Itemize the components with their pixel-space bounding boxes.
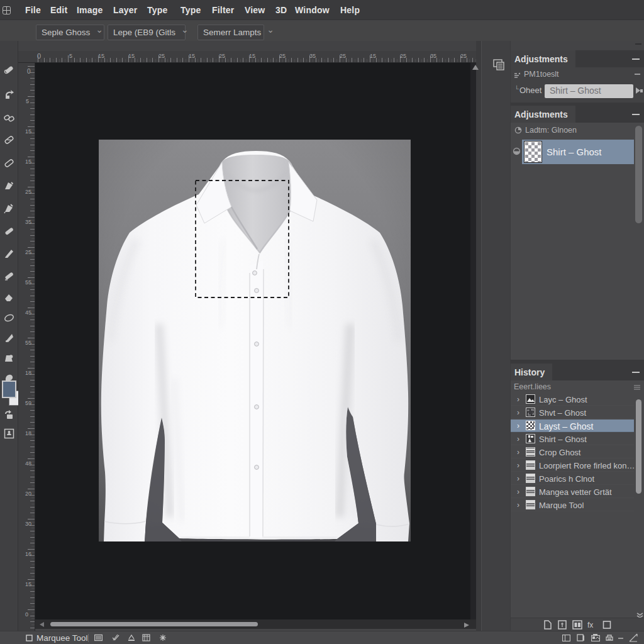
svg-text:fx: fx — [587, 621, 593, 630]
